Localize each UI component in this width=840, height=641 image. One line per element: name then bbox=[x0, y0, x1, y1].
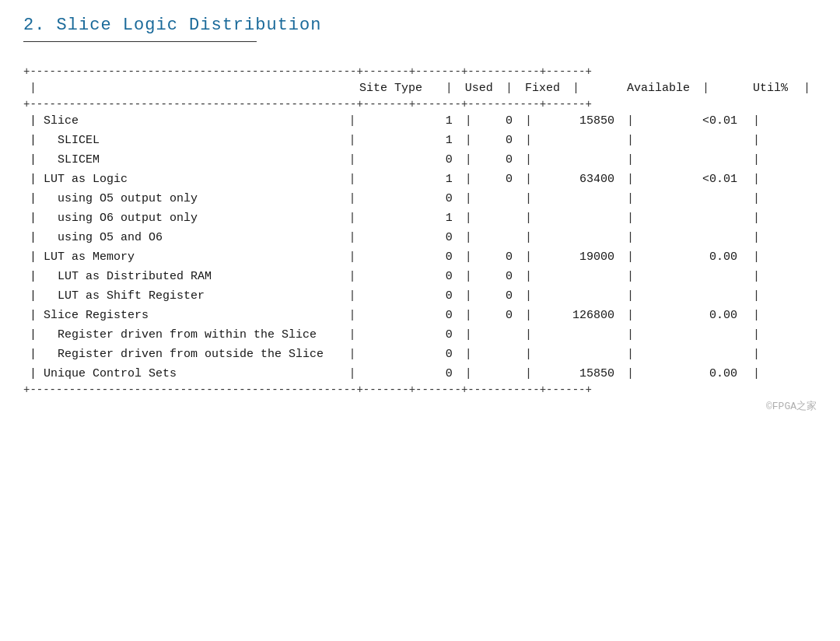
header-fixed: Fixed bbox=[519, 79, 566, 98]
header-util: Util% bbox=[747, 79, 797, 98]
bottom-border: +---------------------------------------… bbox=[23, 384, 817, 397]
table-row: | LUT as Logic|1|0|63400|<0.01| bbox=[23, 170, 817, 189]
table-row: | using O5 output only|0|||| bbox=[23, 189, 817, 208]
table-row: | using O6 output only|1|||| bbox=[23, 208, 817, 228]
table-row: | LUT as Memory|0|0|19000|0.00| bbox=[23, 247, 817, 267]
watermark: ©FPGA之家 bbox=[23, 399, 817, 413]
table-row: | Unique Control Sets|0||15850|0.00| bbox=[23, 364, 817, 384]
table-row: | SLICEL|1|0||| bbox=[23, 131, 817, 150]
table-row: | Register driven from outside the Slice… bbox=[23, 345, 817, 364]
table-row: | LUT as Shift Register|0|0||| bbox=[23, 286, 817, 306]
title-underline bbox=[23, 41, 257, 42]
header-divider: +---------------------------------------… bbox=[23, 98, 817, 111]
header-available: Available bbox=[621, 79, 696, 98]
table-header-row: | Site Type | Used | Fixed | Available |… bbox=[23, 79, 817, 98]
table-row: | Slice Registers|0|0|126800|0.00| bbox=[23, 306, 817, 325]
slice-logic-table: +---------------------------------------… bbox=[23, 65, 817, 396]
page-title: 2. Slice Logic Distribution bbox=[23, 16, 817, 35]
header-site-type: Site Type bbox=[342, 79, 439, 98]
header-used: Used bbox=[459, 79, 499, 98]
table-container: +---------------------------------------… bbox=[23, 65, 817, 396]
table-row: | SLICEM|0|0||| bbox=[23, 150, 817, 170]
top-border: +---------------------------------------… bbox=[23, 65, 817, 79]
table-row: | Slice|1|0|15850|<0.01| bbox=[23, 111, 817, 131]
table-row: | LUT as Distributed RAM|0|0||| bbox=[23, 267, 817, 286]
table-row: | Register driven from within the Slice|… bbox=[23, 325, 817, 345]
table-row: | using O5 and O6|0|||| bbox=[23, 228, 817, 247]
